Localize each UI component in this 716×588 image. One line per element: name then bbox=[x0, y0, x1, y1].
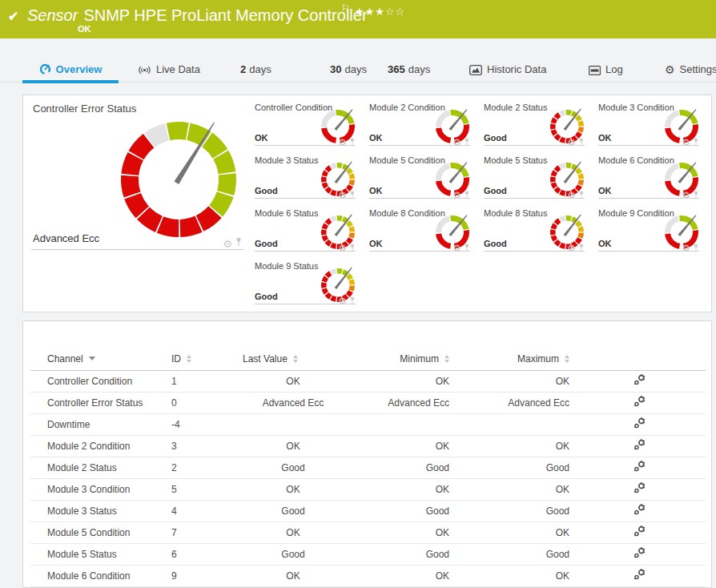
cell-divider bbox=[255, 145, 356, 146]
gauge-value: Good bbox=[255, 186, 278, 195]
column-header-channel[interactable]: Channel bbox=[30, 350, 171, 370]
maximum-value bbox=[453, 413, 573, 435]
gauge-needle bbox=[335, 215, 352, 236]
tab-overview[interactable]: Overview bbox=[22, 38, 119, 83]
gauge-module-6-condition[interactable]: Module 6 ConditionOK⚙ bbox=[593, 148, 707, 201]
channel-settings-icon[interactable] bbox=[633, 503, 646, 518]
gauge-settings-gear-icon[interactable]: ⚙ bbox=[338, 244, 347, 253]
tab-settings[interactable]: ⚙Settings bbox=[665, 38, 716, 83]
gauge-module-5-condition[interactable]: Module 5 ConditionOK⚙ bbox=[364, 148, 478, 201]
gauge-module-9-condition[interactable]: Module 9 ConditionOK⚙ bbox=[593, 201, 707, 254]
column-header-maximum[interactable]: Maximum bbox=[453, 350, 573, 370]
channel-settings-icon[interactable] bbox=[633, 417, 646, 432]
gauge-module-6-status[interactable]: Module 6 StatusGood⚙ bbox=[249, 201, 364, 254]
gauge-pin-icon[interactable] bbox=[693, 241, 699, 256]
gauge-settings-gear-icon[interactable]: ⚙ bbox=[453, 244, 461, 253]
tab-bar: Overview Live Data 2days 30days 365days … bbox=[0, 38, 716, 83]
sort-toggle-icon bbox=[444, 355, 449, 363]
gauge-module-2-status[interactable]: Module 2 StatusGood⚙ bbox=[478, 95, 593, 148]
tab-historic-data[interactable]: Historic Data bbox=[469, 38, 546, 83]
overview-gauges-panel: Controller Error Status Advanced Ecc ⚙ C… bbox=[22, 95, 712, 312]
gauge-module-3-condition[interactable]: Module 3 ConditionOK⚙ bbox=[593, 95, 707, 148]
gauge-settings-gear-icon[interactable]: ⚙ bbox=[682, 191, 690, 200]
log-icon bbox=[589, 66, 601, 75]
channel-id: 1 bbox=[171, 370, 233, 392]
tab-30-days[interactable]: 30days bbox=[330, 38, 367, 83]
gauge-value: Good bbox=[255, 292, 278, 301]
priority-flag-icon[interactable]: ⚐ bbox=[341, 2, 350, 14]
column-header-last-value[interactable]: Last Value bbox=[233, 350, 353, 370]
channel-id: 0 bbox=[171, 392, 233, 413]
channel-settings-icon[interactable] bbox=[633, 546, 646, 562]
last-value: Good bbox=[233, 500, 353, 522]
gauge-pin-icon[interactable] bbox=[464, 241, 470, 256]
channel-settings-icon[interactable] bbox=[633, 568, 646, 583]
tab-live-data[interactable]: Live Data bbox=[138, 38, 200, 83]
gauge-settings-gear-icon[interactable]: ⚙ bbox=[453, 191, 461, 200]
table-row-module-3-status: Module 3 Status4GoodGoodGood bbox=[30, 500, 706, 522]
priority-stars[interactable]: ★★★☆☆ bbox=[355, 6, 405, 18]
table-row-controller-condition: Controller Condition1OKOKOK bbox=[30, 370, 706, 392]
channel-id: 2 bbox=[171, 457, 233, 478]
maximum-value: Good bbox=[453, 457, 573, 478]
status-check-icon: ✔ bbox=[8, 9, 18, 24]
cell-divider bbox=[369, 198, 470, 199]
channel-settings-icon[interactable] bbox=[633, 481, 646, 497]
gauge-settings-gear-icon[interactable]: ⚙ bbox=[338, 138, 347, 147]
gauge-value: OK bbox=[598, 239, 612, 248]
channel-name: Module 5 Status bbox=[30, 543, 171, 565]
gauge-settings-gear-icon[interactable]: ⚙ bbox=[453, 138, 461, 147]
channel-settings-icon[interactable] bbox=[633, 373, 646, 389]
channel-settings-icon[interactable] bbox=[633, 525, 646, 540]
gauge-settings-gear-icon[interactable]: ⚙ bbox=[682, 244, 690, 253]
column-header-actions bbox=[573, 350, 706, 370]
tab-2-days[interactable]: 2days bbox=[240, 38, 272, 83]
maximum-value: OK bbox=[453, 370, 573, 392]
sort-toggle-icon bbox=[293, 355, 298, 363]
channel-settings-icon[interactable] bbox=[633, 438, 646, 453]
gauge-value: Good bbox=[484, 186, 507, 195]
maximum-value: OK bbox=[453, 522, 573, 543]
channel-settings-icon[interactable] bbox=[633, 460, 646, 475]
gauge-settings-gear-icon[interactable]: ⚙ bbox=[567, 244, 576, 253]
column-header-id[interactable]: ID bbox=[171, 350, 233, 370]
sensor-header: ✔ SensorSNMP HPE ProLiant Memory Control… bbox=[0, 0, 716, 38]
channel-settings-icon[interactable] bbox=[633, 395, 646, 410]
minimum-value: OK bbox=[353, 565, 453, 586]
gauge-pin-icon[interactable] bbox=[349, 294, 356, 308]
gauge-title: Module 9 Status bbox=[255, 261, 319, 271]
last-value bbox=[233, 413, 353, 435]
gauge-module-8-status[interactable]: Module 8 StatusGood⚙ bbox=[478, 201, 593, 254]
gauge-module-9-status[interactable]: Module 9 StatusGood⚙ bbox=[249, 254, 364, 307]
gauge-settings-gear-icon[interactable]: ⚙ bbox=[567, 191, 576, 200]
gauge-needle bbox=[678, 215, 696, 236]
gauge-pin-icon[interactable] bbox=[578, 241, 585, 256]
gauge-title: Module 2 Condition bbox=[369, 103, 445, 112]
last-value: Good bbox=[233, 543, 353, 565]
column-header-minimum[interactable]: Minimum bbox=[353, 350, 453, 370]
gauge-settings-gear-icon[interactable]: ⚙ bbox=[567, 138, 576, 147]
gauge-title: Module 3 Condition bbox=[598, 103, 674, 112]
gauge-settings-gear-icon[interactable]: ⚙ bbox=[682, 138, 690, 147]
gauge-module-2-condition[interactable]: Module 2 ConditionOK⚙ bbox=[364, 95, 478, 148]
gauge-needle bbox=[335, 268, 352, 289]
channel-id: 5 bbox=[171, 478, 233, 500]
gauge-module-3-status[interactable]: Module 3 StatusGood⚙ bbox=[249, 148, 364, 201]
cell-divider bbox=[255, 251, 356, 252]
column-label: ID bbox=[171, 353, 181, 364]
gauge-settings-gear-icon[interactable]: ⚙ bbox=[338, 191, 347, 200]
gauge-settings-gear-icon[interactable]: ⚙ bbox=[338, 296, 347, 306]
cell-divider bbox=[255, 304, 356, 304]
tab-log[interactable]: Log bbox=[589, 38, 623, 83]
gauge-controller-error-status[interactable]: Controller Error Status Advanced Ecc ⚙ bbox=[23, 95, 249, 251]
gauge-module-5-status[interactable]: Module 5 StatusGood⚙ bbox=[478, 148, 593, 201]
broadcast-icon bbox=[138, 65, 151, 75]
gear-icon: ⚙ bbox=[665, 64, 675, 75]
channel-name: Module 5 Condition bbox=[30, 522, 171, 543]
minimum-value: Good bbox=[353, 457, 453, 478]
tab-365-days[interactable]: 365days bbox=[388, 38, 430, 83]
gauge-controller-condition[interactable]: Controller ConditionOK⚙ bbox=[249, 95, 364, 148]
maximum-value: Advanced Ecc bbox=[453, 392, 573, 413]
channel-name: Controller Error Status bbox=[30, 392, 171, 413]
gauge-module-8-condition[interactable]: Module 8 ConditionOK⚙ bbox=[364, 201, 478, 254]
